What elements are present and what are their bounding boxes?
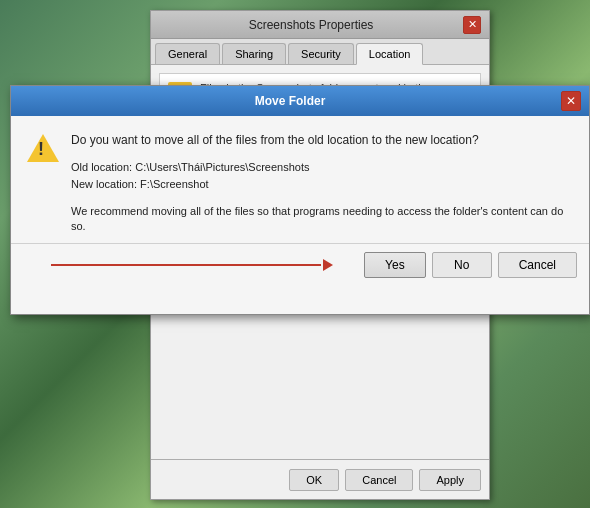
move-recommendation: We recommend moving all of the files so …	[71, 204, 573, 235]
move-dialog-close-button[interactable]: ✕	[561, 91, 581, 111]
move-dialog-title: Move Folder	[19, 94, 561, 108]
tab-location[interactable]: Location	[356, 43, 424, 65]
ok-button[interactable]: OK	[289, 469, 339, 491]
arrow-line	[51, 264, 321, 266]
properties-close-button[interactable]: ✕	[463, 16, 481, 34]
warning-triangle	[27, 134, 59, 162]
old-location-value: C:\Users\Thái\Pictures\Screenshots	[135, 161, 309, 173]
properties-tabs: General Sharing Security Location	[151, 39, 489, 65]
arrow-indicator	[51, 259, 333, 271]
properties-title: Screenshots Properties	[159, 18, 463, 32]
move-locations: Old location: C:\Users\Thái\Pictures\Scr…	[71, 159, 573, 194]
yes-button[interactable]: Yes	[364, 252, 426, 278]
warning-icon	[27, 134, 59, 235]
new-location-value: F:\Screenshot	[140, 178, 208, 190]
no-button[interactable]: No	[432, 252, 492, 278]
apply-button[interactable]: Apply	[419, 469, 481, 491]
tab-security[interactable]: Security	[288, 43, 354, 64]
tab-general[interactable]: General	[155, 43, 220, 64]
move-dialog-text: Do you want to move all of the files fro…	[71, 132, 573, 235]
arrow-head	[323, 259, 333, 271]
move-dialog-footer: Yes No Cancel	[11, 243, 589, 286]
move-question: Do you want to move all of the files fro…	[71, 132, 573, 149]
cancel-button[interactable]: Cancel	[345, 469, 413, 491]
properties-titlebar: Screenshots Properties ✕	[151, 11, 489, 39]
cancel-move-button[interactable]: Cancel	[498, 252, 577, 278]
old-location-label: Old location:	[71, 161, 132, 173]
move-dialog-titlebar: Move Folder ✕	[11, 86, 589, 116]
move-folder-dialog: Move Folder ✕ Do you want to move all of…	[10, 85, 590, 315]
move-dialog-body: Do you want to move all of the files fro…	[11, 116, 589, 243]
tab-sharing[interactable]: Sharing	[222, 43, 286, 64]
properties-buttons: OK Cancel Apply	[151, 459, 489, 499]
new-location-label: New location:	[71, 178, 137, 190]
